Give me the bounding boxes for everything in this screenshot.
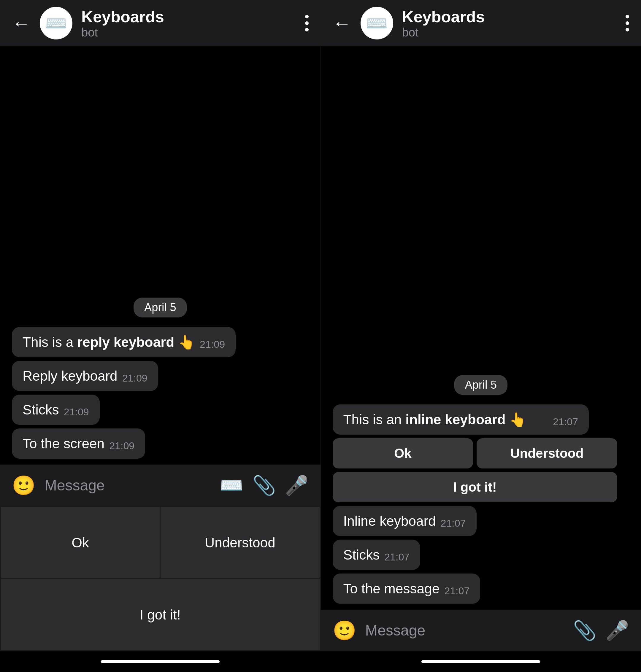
right-msg2-text: Inline keyboard	[343, 513, 436, 529]
right-message-1: This is an inline keyboard 👆 21:07	[333, 404, 589, 435]
right-attach-icon[interactable]: 📎	[573, 619, 597, 642]
left-msg4-text: To the screen	[23, 436, 105, 452]
right-home-indicator	[421, 660, 540, 663]
right-bot-name: Keyboards	[402, 8, 617, 26]
left-message-1: This is a reply keyboard 👆 21:09	[12, 327, 236, 357]
inline-keyboard: Ok Understood I got it!	[333, 438, 617, 502]
right-chat-area: April 5 This is an inline keyboard 👆 21:…	[321, 46, 641, 610]
inline-row-1: Ok Understood	[333, 438, 617, 468]
right-msg4-time: 21:07	[444, 585, 469, 596]
right-back-button[interactable]: ←	[333, 12, 352, 34]
right-message-2: Inline keyboard 21:07	[333, 506, 477, 536]
inline-btn-ok[interactable]: Ok	[333, 438, 473, 468]
right-message-3: Sticks 21:07	[333, 540, 421, 570]
left-msg1-time: 21:09	[200, 339, 225, 350]
left-msg2-time: 21:09	[122, 372, 148, 384]
inline-btn-igotit[interactable]: I got it!	[333, 472, 617, 502]
left-msg3-text: Sticks	[23, 402, 59, 418]
right-avatar: ⌨️	[360, 7, 393, 40]
right-emoji-icon[interactable]: 🙂	[333, 619, 356, 642]
left-back-button[interactable]: ←	[12, 12, 31, 34]
left-avatar: ⌨️	[40, 7, 72, 40]
left-home-indicator	[101, 660, 220, 663]
right-message-input[interactable]: Message	[365, 622, 564, 639]
right-bot-sub: bot	[402, 26, 617, 39]
left-msg4-time: 21:09	[109, 440, 134, 452]
inline-keyboard-message: This is an inline keyboard 👆 21:07 Ok Un…	[333, 404, 617, 502]
left-header: ← ⌨️ Keyboards bot	[0, 0, 320, 46]
left-chat-area: April 5 This is a reply keyboard 👆 21:09…	[0, 46, 320, 465]
right-input-bar: 🙂 Message 📎 🎤	[321, 610, 641, 651]
left-message-input[interactable]: Message	[44, 477, 211, 494]
right-msg4-text: To the message	[343, 581, 440, 596]
left-panel: ← ⌨️ Keyboards bot April 5 This is a rep…	[0, 0, 321, 651]
reply-btn-ok[interactable]: Ok	[1, 507, 160, 578]
left-bot-sub: bot	[81, 26, 296, 39]
reply-keyboard: Ok Understood I got it!	[0, 506, 320, 651]
right-header: ← ⌨️ Keyboards bot	[321, 0, 641, 46]
left-menu-button[interactable]	[305, 15, 309, 31]
left-bottom-bar	[0, 651, 320, 672]
right-panel: ← ⌨️ Keyboards bot April 5 This is an in…	[321, 0, 641, 651]
left-input-bar: 🙂 Message ⌨️ 📎 🎤	[0, 465, 320, 506]
reply-btn-igotit[interactable]: I got it!	[1, 579, 319, 650]
left-avatar-icon: ⌨️	[45, 13, 67, 34]
left-attach-icon[interactable]: 📎	[252, 475, 276, 497]
left-bot-name: Keyboards	[81, 8, 296, 26]
left-date-badge: April 5	[134, 298, 187, 317]
right-bottom-bar	[320, 651, 641, 672]
inline-btn-understood[interactable]: Understood	[477, 438, 617, 468]
right-msg1-time: 21:07	[553, 416, 578, 427]
right-mic-icon[interactable]: 🎤	[605, 619, 629, 642]
left-messages: April 5 This is a reply keyboard 👆 21:09…	[12, 58, 309, 459]
left-mic-icon[interactable]: 🎤	[285, 475, 309, 497]
left-msg2-text: Reply keyboard	[23, 368, 118, 384]
right-header-info: Keyboards bot	[402, 8, 617, 39]
right-msg2-time: 21:07	[440, 518, 466, 529]
left-message-2: Reply keyboard 21:09	[12, 361, 158, 391]
left-msg3-time: 21:09	[64, 406, 89, 418]
reply-btn-understood[interactable]: Understood	[161, 507, 319, 578]
left-header-info: Keyboards bot	[81, 8, 296, 39]
left-emoji-icon[interactable]: 🙂	[12, 475, 36, 497]
right-date-badge: April 5	[454, 375, 507, 395]
left-message-4: To the screen 21:09	[12, 428, 145, 459]
right-message-4: To the message 21:07	[333, 574, 480, 604]
right-msg3-time: 21:07	[384, 551, 410, 563]
right-msg1-text: This is an inline keyboard 👆	[343, 412, 548, 427]
right-messages: April 5 This is an inline keyboard 👆 21:…	[333, 58, 629, 604]
inline-row-2: I got it!	[333, 472, 617, 502]
right-menu-button[interactable]	[626, 15, 629, 31]
right-msg3-text: Sticks	[343, 547, 380, 563]
left-message-3: Sticks 21:09	[12, 395, 100, 425]
left-keyboard-icon[interactable]: ⌨️	[220, 475, 243, 497]
left-msg1-text: This is a reply keyboard 👆	[23, 334, 195, 350]
right-avatar-icon: ⌨️	[366, 13, 388, 34]
